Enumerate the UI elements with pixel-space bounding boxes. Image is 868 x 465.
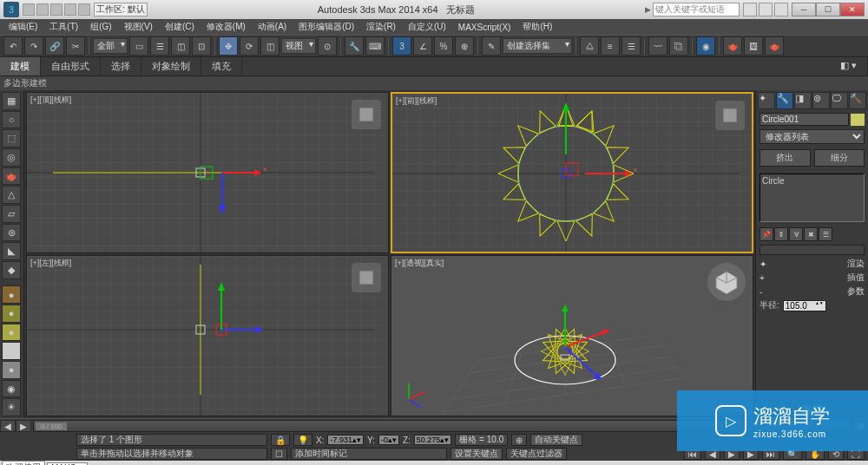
parameters-rollout-header[interactable]: -参数 [756, 285, 868, 298]
render-setup-button[interactable]: 🫖 [723, 36, 742, 56]
lt-torus-icon[interactable]: ◎ [2, 148, 21, 167]
curve-editor-button[interactable]: 〰 [648, 36, 667, 56]
object-name-input[interactable] [760, 113, 849, 126]
schematic-view-button[interactable]: ⿻ [669, 36, 688, 56]
show-end-result-icon[interactable]: Ⅱ [774, 227, 788, 241]
create-tab-icon[interactable]: ✦ [758, 92, 775, 109]
timeline-prev-icon[interactable]: ◀ [0, 420, 16, 432]
lt-teapot-icon[interactable]: 🫖 [2, 167, 21, 186]
tab-selection[interactable]: 选择 [101, 57, 141, 75]
viewport-top[interactable]: [+][顶][线框] x [26, 92, 389, 253]
lt-box-icon[interactable]: ▦ [2, 92, 21, 110]
tab-modeling[interactable]: 建模 [0, 57, 41, 75]
menu-help[interactable]: 帮助(H) [517, 21, 557, 33]
undo-button[interactable]: ↶ [3, 36, 23, 56]
select-scale-button[interactable]: ◫ [260, 36, 279, 56]
rollout-drag-area[interactable] [760, 245, 865, 255]
extrude-button[interactable]: 挤出 [760, 149, 811, 167]
tab-freeform[interactable]: 自由形式 [41, 57, 101, 75]
configure-sets-icon[interactable]: ☰ [819, 227, 832, 241]
window-crossing-button[interactable]: ⊡ [192, 36, 211, 56]
angle-snap-button[interactable]: ∠ [413, 36, 432, 56]
lt-white-icon[interactable]: ● [2, 342, 21, 360]
workspace-selector[interactable]: 工作区: 默认 [94, 3, 148, 16]
qat-undo-icon[interactable] [64, 3, 76, 16]
display-tab-icon[interactable]: 🖵 [831, 92, 848, 109]
select-move-button[interactable]: ✥ [219, 36, 238, 56]
maximize-button[interactable]: ☐ [816, 3, 840, 16]
select-region-button[interactable]: ◫ [171, 36, 190, 56]
radius-spinner[interactable]: 105.0▲▼ [783, 300, 826, 311]
menu-create[interactable]: 创建(C) [160, 21, 200, 33]
script-listener-icon[interactable]: ☐ [271, 448, 287, 460]
menu-edit[interactable]: 编辑(E) [3, 21, 43, 33]
lt-cylinder-icon[interactable]: ⬚ [2, 129, 21, 147]
exchange-icon[interactable] [759, 3, 773, 16]
object-color-swatch[interactable] [851, 114, 865, 126]
lt-omni-icon[interactable]: ☀ [2, 398, 21, 416]
selection-filter[interactable]: 全部 [93, 38, 128, 54]
render-rollout-header[interactable]: ✦渲染 [756, 257, 868, 271]
layers-button[interactable]: ☰ [621, 36, 641, 56]
menu-customize[interactable]: 自定义(U) [403, 21, 451, 33]
redo-button[interactable]: ↷ [24, 36, 43, 56]
lt-pyramid-icon[interactable]: ◣ [2, 242, 21, 260]
rendered-frame-button[interactable]: 🖼 [744, 36, 763, 56]
menu-group[interactable]: 组(G) [85, 21, 116, 33]
viewport-front[interactable]: [+][前][线框] [391, 92, 753, 253]
autokey-button[interactable]: 自动关键点 [530, 434, 582, 446]
hierarchy-tab-icon[interactable]: ◨ [794, 92, 812, 109]
menu-maxscript[interactable]: MAXScript(X) [453, 23, 516, 32]
motion-tab-icon[interactable]: ⊚ [812, 92, 830, 109]
lt-sphere-icon[interactable]: ○ [2, 111, 21, 129]
render-production-button[interactable]: 🫖 [765, 36, 784, 56]
lt-hedra-icon[interactable]: ◆ [2, 261, 21, 279]
mirror-button[interactable]: ⧋ [580, 36, 599, 56]
lt-olive-icon[interactable]: ● [2, 305, 21, 323]
isolate-icon[interactable]: 💡 [293, 434, 312, 446]
lt-yellow-icon[interactable]: ● [2, 324, 21, 342]
qat-open-icon[interactable] [36, 3, 49, 16]
y-coord-spinner[interactable]: -0▴▾ [378, 435, 399, 445]
interpolation-rollout-header[interactable]: +插值 [756, 271, 868, 285]
qat-redo-icon[interactable] [78, 3, 90, 16]
modify-tab-icon[interactable]: 🔧 [776, 92, 793, 109]
add-time-tag[interactable]: 添加时间标记 [291, 448, 447, 460]
signin-icon[interactable] [743, 3, 757, 16]
pin-stack-icon[interactable]: 📌 [760, 227, 773, 241]
subdivide-button[interactable]: 细分 [814, 149, 865, 167]
modifier-stack[interactable]: Circle [760, 174, 865, 222]
menu-rendering[interactable]: 渲染(R) [361, 21, 401, 33]
use-center-button[interactable]: ⊙ [318, 36, 337, 56]
viewport-left[interactable]: [+][左][线框] [26, 255, 389, 416]
welcome-tab[interactable]: 欢迎使用 [2, 461, 45, 465]
menu-views[interactable]: 视图(V) [119, 21, 158, 33]
remove-modifier-icon[interactable]: ✖ [804, 227, 818, 241]
close-button[interactable]: ✕ [840, 3, 865, 16]
lt-gray-icon[interactable]: ● [2, 361, 21, 379]
select-rotate-button[interactable]: ⟳ [240, 36, 259, 56]
make-unique-icon[interactable]: ∀ [789, 227, 803, 241]
keyboard-shortcut-button[interactable]: ⌨ [365, 36, 385, 56]
ribbon-expand-button[interactable]: ◧ ▾ [830, 57, 868, 75]
minimize-button[interactable]: ─ [792, 3, 816, 16]
ref-coord-system[interactable]: 视图 [281, 38, 316, 54]
snap-toggle-button[interactable]: 3 [392, 36, 411, 56]
menu-tools[interactable]: 工具(T) [44, 21, 83, 33]
select-by-name-button[interactable]: ☰ [150, 36, 169, 56]
select-object-button[interactable]: ▭ [129, 36, 148, 56]
lock-selection-icon[interactable]: 🔒 [271, 434, 290, 446]
x-coord-spinner[interactable]: -7.931▴▾ [327, 435, 364, 445]
help-search-input[interactable]: 键入关键字或短语 [653, 3, 740, 16]
material-editor-button[interactable]: ◉ [696, 36, 715, 56]
unlink-button[interactable]: ✂ [66, 36, 85, 56]
timeline-next-icon[interactable]: ▶ [16, 420, 31, 432]
manipulate-button[interactable]: 🔧 [345, 36, 364, 56]
menu-modifiers[interactable]: 修改器(M) [201, 21, 251, 33]
lt-plane-icon[interactable]: ▱ [2, 205, 21, 223]
maxscript-tab[interactable]: MAXScr [47, 462, 88, 466]
lt-brown-icon[interactable]: ● [2, 285, 21, 304]
link-button[interactable]: 🔗 [45, 36, 64, 56]
edit-named-sel-button[interactable]: ✎ [482, 36, 501, 56]
lt-cone-icon[interactable]: △ [2, 186, 21, 204]
